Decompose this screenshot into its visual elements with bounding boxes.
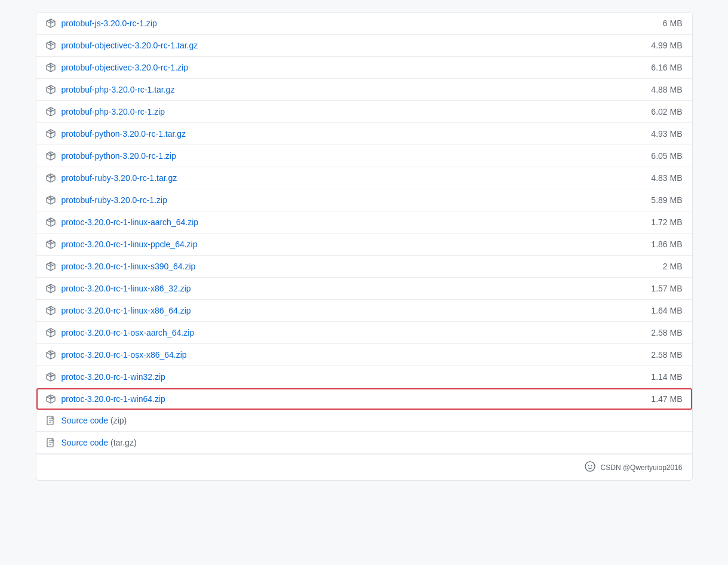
file-left: protobuf-python-3.20.0-rc-1.zip — [46, 151, 176, 161]
table-row: protobuf-objectivec-3.20.0-rc-1.zip 6.16… — [36, 57, 692, 79]
source-label: Source code — [62, 438, 109, 447]
file-size: 1.14 MB — [651, 372, 682, 382]
table-row: protoc-3.20.0-rc-1-osx-aarch_64.zip 2.58… — [36, 322, 692, 344]
table-row: protoc-3.20.0-rc-1-linux-s390_64.zip 2 M… — [36, 256, 692, 278]
file-link[interactable]: protobuf-objectivec-3.20.0-rc-1.zip — [62, 63, 188, 72]
package-icon — [46, 372, 56, 382]
file-left: protobuf-objectivec-3.20.0-rc-1.zip — [46, 63, 188, 72]
file-link[interactable]: protobuf-ruby-3.20.0-rc-1.tar.gz — [62, 173, 177, 183]
file-link[interactable]: protoc-3.20.0-rc-1-linux-x86_32.zip — [62, 284, 191, 293]
file-link[interactable]: protoc-3.20.0-rc-1-osx-aarch_64.zip — [62, 328, 195, 337]
source-label: Source code — [62, 416, 109, 425]
source-link[interactable]: Source code (tar.gz) — [62, 438, 137, 447]
table-row: protoc-3.20.0-rc-1-linux-x86_64.zip 1.64… — [36, 300, 692, 322]
table-row: protoc-3.20.0-rc-1-linux-ppcle_64.zip 1.… — [36, 234, 692, 256]
footer: CSDN @Qwertyuiop2016 — [36, 454, 692, 480]
file-size: 1.86 MB — [651, 239, 682, 249]
table-row: protobuf-python-3.20.0-rc-1.zip 6.05 MB — [36, 145, 692, 167]
package-icon — [46, 85, 56, 94]
file-size: 2 MB — [663, 262, 683, 271]
table-row: protobuf-php-3.20.0-rc-1.zip 6.02 MB — [36, 101, 692, 123]
file-link[interactable]: protobuf-php-3.20.0-rc-1.tar.gz — [62, 85, 175, 94]
file-left: protobuf-php-3.20.0-rc-1.tar.gz — [46, 85, 175, 94]
file-left: protobuf-objectivec-3.20.0-rc-1.tar.gz — [46, 41, 198, 50]
package-icon — [46, 350, 56, 360]
source-row: Source code (zip) — [36, 410, 692, 432]
table-row: protobuf-php-3.20.0-rc-1.tar.gz 4.88 MB — [36, 79, 692, 101]
file-size: 4.83 MB — [651, 173, 682, 183]
file-size: 2.58 MB — [651, 328, 682, 337]
package-icon — [46, 195, 56, 205]
file-size: 2.58 MB — [651, 350, 682, 360]
file-link[interactable]: protobuf-python-3.20.0-rc-1.zip — [62, 151, 176, 161]
file-left: protoc-3.20.0-rc-1-osx-x86_64.zip — [46, 350, 187, 360]
file-link[interactable]: protoc-3.20.0-rc-1-linux-aarch_64.zip — [62, 217, 199, 227]
svg-point-2 — [585, 462, 595, 471]
table-row: protoc-3.20.0-rc-1-win32.zip 1.14 MB — [36, 366, 692, 388]
file-link[interactable]: protoc-3.20.0-rc-1-linux-x86_64.zip — [62, 306, 191, 315]
file-link[interactable]: protoc-3.20.0-rc-1-win32.zip — [62, 372, 165, 382]
source-icon — [46, 438, 56, 447]
file-left: protoc-3.20.0-rc-1-linux-s390_64.zip — [46, 262, 196, 271]
table-row: protobuf-python-3.20.0-rc-1.tar.gz 4.93 … — [36, 123, 692, 145]
source-link[interactable]: Source code (zip) — [62, 416, 127, 425]
file-link[interactable]: protobuf-python-3.20.0-rc-1.tar.gz — [62, 129, 186, 139]
source-suffix: (tar.gz) — [108, 438, 136, 447]
file-left: protoc-3.20.0-rc-1-win64.zip — [46, 394, 165, 404]
file-size: 4.99 MB — [651, 41, 682, 50]
file-list: protobuf-js-3.20.0-rc-1.zip 6 MB protobu… — [36, 13, 692, 410]
source-icon — [46, 416, 56, 425]
table-row: protoc-3.20.0-rc-1-osx-x86_64.zip 2.58 M… — [36, 344, 692, 366]
package-icon — [46, 239, 56, 249]
file-link[interactable]: protoc-3.20.0-rc-1-linux-s390_64.zip — [62, 262, 196, 271]
footer-attribution: CSDN @Qwertyuiop2016 — [601, 463, 683, 472]
file-list-container: protobuf-js-3.20.0-rc-1.zip 6 MB protobu… — [36, 12, 693, 481]
file-link[interactable]: protobuf-ruby-3.20.0-rc-1.zip — [62, 195, 167, 205]
file-size: 1.57 MB — [651, 284, 682, 293]
file-size: 1.72 MB — [651, 217, 682, 227]
table-row: protoc-3.20.0-rc-1-linux-x86_32.zip 1.57… — [36, 278, 692, 300]
package-icon — [46, 107, 56, 116]
package-icon — [46, 394, 56, 404]
smiley-icon — [584, 460, 596, 474]
file-link[interactable]: protoc-3.20.0-rc-1-osx-x86_64.zip — [62, 350, 187, 360]
package-icon — [46, 217, 56, 227]
table-row: protobuf-ruby-3.20.0-rc-1.tar.gz 4.83 MB — [36, 167, 692, 189]
svg-point-4 — [591, 465, 592, 466]
file-left: protobuf-ruby-3.20.0-rc-1.zip — [46, 195, 167, 205]
file-size: 4.88 MB — [651, 85, 682, 94]
package-icon — [46, 63, 56, 72]
source-suffix: (zip) — [108, 416, 127, 425]
package-icon — [46, 151, 56, 161]
file-left: protoc-3.20.0-rc-1-linux-x86_64.zip — [46, 306, 191, 315]
table-row: protoc-3.20.0-rc-1-linux-aarch_64.zip 1.… — [36, 211, 692, 234]
file-size: 6 MB — [663, 19, 683, 28]
package-icon — [46, 173, 56, 183]
file-left: protoc-3.20.0-rc-1-linux-aarch_64.zip — [46, 217, 199, 227]
file-left: protoc-3.20.0-rc-1-osx-aarch_64.zip — [46, 328, 195, 337]
file-size: 4.93 MB — [651, 129, 682, 139]
file-left: protobuf-php-3.20.0-rc-1.zip — [46, 107, 165, 116]
source-row: Source code (tar.gz) — [36, 432, 692, 454]
package-icon — [46, 306, 56, 315]
file-link[interactable]: protobuf-objectivec-3.20.0-rc-1.tar.gz — [62, 41, 198, 50]
file-link[interactable]: protobuf-js-3.20.0-rc-1.zip — [62, 19, 157, 28]
package-icon — [46, 284, 56, 293]
package-icon — [46, 328, 56, 337]
file-link[interactable]: protoc-3.20.0-rc-1-linux-ppcle_64.zip — [62, 239, 198, 249]
file-size: 6.02 MB — [651, 107, 682, 116]
file-size: 6.16 MB — [651, 63, 682, 72]
file-left: protoc-3.20.0-rc-1-linux-x86_32.zip — [46, 284, 191, 293]
package-icon — [46, 19, 56, 28]
file-size: 5.89 MB — [651, 195, 682, 205]
svg-point-3 — [588, 465, 589, 466]
file-size: 6.05 MB — [651, 151, 682, 161]
file-left: protoc-3.20.0-rc-1-win32.zip — [46, 372, 165, 382]
table-row: protoc-3.20.0-rc-1-win64.zip 1.47 MB — [36, 388, 692, 410]
file-link[interactable]: protobuf-php-3.20.0-rc-1.zip — [62, 107, 165, 116]
file-left: protoc-3.20.0-rc-1-linux-ppcle_64.zip — [46, 239, 198, 249]
package-icon — [46, 41, 56, 50]
file-size: 1.47 MB — [651, 394, 682, 404]
table-row: protobuf-js-3.20.0-rc-1.zip 6 MB — [36, 13, 692, 35]
file-link[interactable]: protoc-3.20.0-rc-1-win64.zip — [62, 394, 165, 404]
